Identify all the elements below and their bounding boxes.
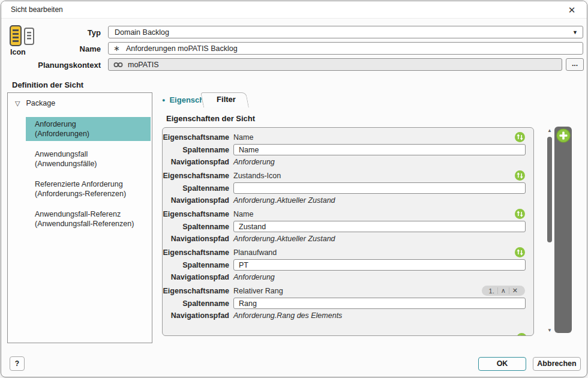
navigation-path-label: Navigationspfad <box>163 273 233 281</box>
expander-open-icon[interactable]: ▽ <box>15 100 20 107</box>
column-name-input[interactable] <box>233 298 526 309</box>
property-name-value: Relativer Rang <box>233 287 482 295</box>
dialog-title: Sicht bearbeiten <box>11 5 63 14</box>
tab-filter-label: Filter <box>203 95 249 104</box>
column-name-label: Spaltenname <box>163 184 233 193</box>
sort-control: 1. ∧ ✕ <box>482 286 525 296</box>
column-name-input[interactable] <box>233 221 526 232</box>
properties-toolbar <box>554 127 572 333</box>
property-name-label: Eigenschaftsname <box>163 287 233 295</box>
navigation-path-label: Navigationspfad <box>163 196 233 205</box>
navigation-path-value: Anforderung <box>233 158 275 166</box>
tree-item-anwendungsfall-referenz[interactable]: Anwendungsfall-Referenz (Anwendungsfall-… <box>26 207 151 231</box>
tree-root-label: Package <box>26 99 55 107</box>
sort-position-badge: 1. <box>486 287 497 295</box>
tree-item-line1: Referenzierte Anforderung <box>35 179 151 189</box>
panel-heading: Eigenschaften der Sicht <box>166 114 255 123</box>
column-name-label: Spaltenname <box>163 146 233 154</box>
scroll-up-icon[interactable]: ▲ <box>546 128 553 133</box>
sort-ascending-icon[interactable]: ∧ <box>498 287 509 295</box>
typ-value: Domain Backlog <box>115 28 169 37</box>
typ-dropdown[interactable]: Domain Backlog ▼ <box>108 26 583 38</box>
edit-view-dialog: Sicht bearbeiten ✕ Icon Typ Domain Backl… <box>1 1 587 377</box>
navigation-path-value: Anforderung.Aktueller Zustand <box>233 235 335 243</box>
navigation-path-value: Anforderung.Rang des Elements <box>233 311 342 320</box>
tree-item-anwendungsfall[interactable]: Anwendungsfall (Anwendungsfälle) <box>26 147 151 171</box>
property-name-label: Eigenschaftsname <box>163 133 233 142</box>
property-group: Eigenschaftsname Zustands-Icon Spaltenna… <box>163 168 533 206</box>
tree-item-line1: Anwendungsfall-Referenz <box>35 209 151 219</box>
element-tree-panel: ▽ Package Anforderung (Anforderungen) An… <box>7 92 152 343</box>
column-name-label: Spaltenname <box>163 299 233 308</box>
reorder-icon <box>517 333 527 336</box>
tree-item-line2: (Anwendungsfall-Referenzen) <box>35 219 151 229</box>
close-icon[interactable]: ✕ <box>565 4 578 17</box>
active-tab-dot-icon: ● <box>162 97 165 103</box>
column-name-input[interactable] <box>233 144 526 155</box>
scrollbar-thumb[interactable] <box>547 137 552 242</box>
add-property-button[interactable] <box>556 128 571 143</box>
navigation-path-label: Navigationspfad <box>163 311 233 320</box>
property-name-value: Zustands-Icon <box>233 172 515 180</box>
required-marker-icon: ∗ <box>113 44 120 53</box>
column-name-label: Spaltenname <box>163 261 233 269</box>
chain-icon <box>113 62 123 68</box>
planungskontext-label: Planungskontext <box>7 61 101 70</box>
remove-sort-icon[interactable]: ✕ <box>509 287 521 295</box>
column-name-label: Spaltenname <box>163 223 233 231</box>
navigation-path-value: Anforderung.Aktueller Zustand <box>233 196 335 205</box>
property-group: Eigenschaftsname Relativer Rang 1. ∧ ✕ S… <box>163 283 533 322</box>
property-name-value: Name <box>233 210 515 218</box>
column-name-input[interactable] <box>233 259 526 271</box>
properties-list: Eigenschaftsname Name Spaltenname Naviga… <box>162 127 534 336</box>
definition-heading: Definition der Sicht <box>12 80 83 89</box>
property-name-label: Eigenschaftsname <box>163 210 233 218</box>
reorder-icon[interactable] <box>515 132 525 142</box>
tree-item-line1: Anforderung <box>35 119 151 129</box>
tree-item-line1: Anwendungsfall <box>35 149 151 159</box>
name-field-wrap: ∗ <box>108 42 583 55</box>
column-name-input[interactable] <box>233 182 526 194</box>
property-name-value: Name <box>233 133 515 142</box>
property-name-value: Planaufwand <box>233 248 515 257</box>
reorder-icon[interactable] <box>515 209 525 219</box>
typ-label: Typ <box>7 28 101 37</box>
planungskontext-field[interactable]: moPATIS <box>108 58 562 71</box>
chevron-down-icon: ▼ <box>572 29 578 35</box>
navigation-path-label: Navigationspfad <box>163 158 233 166</box>
tree-item-line2: (Anwendungsfälle) <box>35 159 151 169</box>
navigation-path-label: Navigationspfad <box>163 235 233 243</box>
name-input[interactable] <box>126 44 578 53</box>
planungskontext-value: moPATIS <box>128 61 159 69</box>
property-group: Eigenschaftsname Name Spaltenname Naviga… <box>163 130 533 168</box>
reorder-icon[interactable] <box>515 247 525 257</box>
tree-item-line2: (Anforderungen) <box>35 129 151 139</box>
tree-items: Anforderung (Anforderungen) Anwendungsfa… <box>26 117 152 231</box>
name-label: Name <box>7 44 101 53</box>
reorder-icon[interactable] <box>515 170 525 181</box>
tree-item-line2: (Anforderungs-Referenzen) <box>35 189 151 199</box>
browse-button[interactable]: ... <box>566 58 584 71</box>
navigation-path-value: Anforderung <box>233 273 275 281</box>
tree-item-anforderung[interactable]: Anforderung (Anforderungen) <box>26 117 151 141</box>
help-button[interactable]: ? <box>10 356 25 371</box>
scroll-down-icon[interactable]: ▼ <box>546 328 553 333</box>
property-name-label: Eigenschaftsname <box>163 172 233 180</box>
tree-item-referenzierte-anforderung[interactable]: Referenzierte Anforderung (Anforderungs-… <box>26 177 151 201</box>
property-group: Eigenschaftsname Name Spaltenname Naviga… <box>163 206 533 245</box>
property-group: Eigenschaftsname Planaufwand Spaltenname… <box>163 245 533 283</box>
titlebar: Sicht bearbeiten ✕ <box>1 1 587 19</box>
tree-root-package[interactable]: ▽ Package <box>8 93 152 107</box>
property-name-label: Eigenschaftsname <box>163 248 233 257</box>
ok-button[interactable]: OK <box>478 357 526 371</box>
cancel-button[interactable]: Abbrechen <box>533 357 581 371</box>
tab-filter[interactable]: Filter <box>203 92 249 107</box>
